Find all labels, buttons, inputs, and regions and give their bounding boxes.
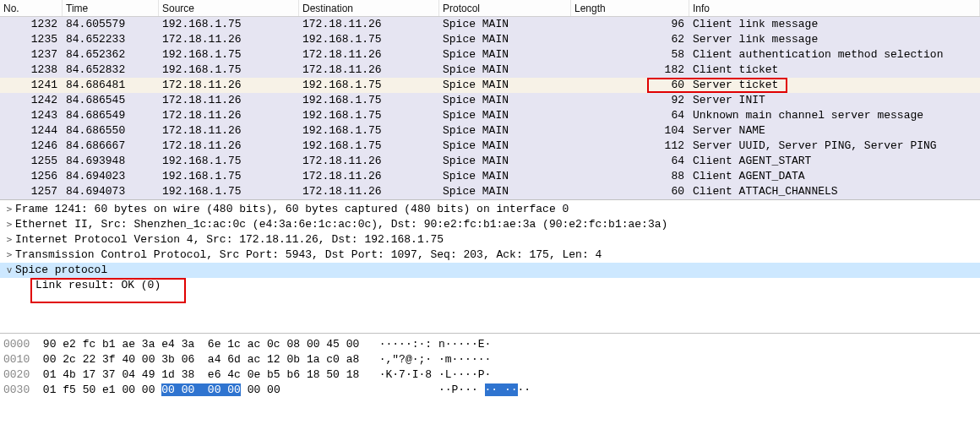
cell-no: 1243 <box>0 108 63 123</box>
cell-length: 58 <box>571 47 689 63</box>
packet-row[interactable]: 124184.686481172.18.11.26192.168.1.75Spi… <box>0 78 980 93</box>
cell-protocol: Spice MAIN <box>439 169 571 184</box>
cell-protocol: Spice MAIN <box>439 93 571 108</box>
tree-ip[interactable]: > Internet Protocol Version 4, Src: 172.… <box>0 232 980 247</box>
cell-destination: 172.18.11.26 <box>299 63 439 78</box>
expander-icon[interactable]: > <box>3 217 15 232</box>
cell-info: Client AGENT_START <box>689 154 980 169</box>
cell-source: 192.168.1.75 <box>159 17 299 32</box>
hex-bytes-pre: 01 f5 50 e1 00 00 <box>43 383 161 396</box>
cell-time: 84.652362 <box>63 47 159 63</box>
cell-protocol: Spice MAIN <box>439 154 571 169</box>
cell-info: Client authentication method selection <box>689 47 980 63</box>
packet-row[interactable]: 123884.652832192.168.1.75172.18.11.26Spi… <box>0 63 980 78</box>
hex-ascii: ·····:·: n·····E· <box>379 338 492 351</box>
col-header-length[interactable]: Length <box>571 0 689 16</box>
cell-destination: 192.168.1.75 <box>299 32 439 47</box>
hex-ascii: ·K·7·I·8 ·L····P· <box>379 368 492 381</box>
cell-time: 84.605579 <box>63 17 159 32</box>
packet-row[interactable]: 124684.686667172.18.11.26192.168.1.75Spi… <box>0 139 980 154</box>
cell-destination: 192.168.1.75 <box>299 93 439 108</box>
cell-info: Server INIT <box>689 93 980 108</box>
cell-source: 192.168.1.75 <box>159 154 299 169</box>
packet-row[interactable]: 124284.686545172.18.11.26192.168.1.75Spi… <box>0 93 980 108</box>
hex-line[interactable]: 0010 00 2c 22 3f 40 00 3b 06 a4 6d ac 12… <box>3 352 980 367</box>
cell-info: Client link message <box>689 17 980 32</box>
col-header-no[interactable]: No. <box>0 0 63 16</box>
tree-frame[interactable]: > Frame 1241: 60 bytes on wire (480 bits… <box>0 202 980 217</box>
hex-ascii-pre: ··P··· <box>438 383 485 396</box>
hex-line[interactable]: 0030 01 f5 50 e1 00 00 00 00 00 00 00 00… <box>3 383 980 398</box>
cell-no: 1257 <box>0 184 63 199</box>
tree-link-result[interactable]: Link result: OK (0) <box>0 278 980 293</box>
cell-protocol: Spice MAIN <box>439 63 571 78</box>
cell-destination: 192.168.1.75 <box>299 123 439 139</box>
col-header-source[interactable]: Source <box>159 0 299 16</box>
expander-down-icon[interactable]: v <box>3 263 15 278</box>
expander-icon[interactable]: > <box>3 247 15 263</box>
packet-row[interactable]: 125784.694073192.168.1.75172.18.11.26Spi… <box>0 184 980 199</box>
hex-dump-pane[interactable]: 0000 90 e2 fc b1 ae 3a e4 3a 6e 1c ac 0c… <box>0 334 980 401</box>
cell-source: 172.18.11.26 <box>159 139 299 154</box>
cell-length: 88 <box>571 169 689 184</box>
cell-destination: 192.168.1.75 <box>299 108 439 123</box>
hex-ascii-post: ·· <box>518 383 531 396</box>
tree-ethernet[interactable]: > Ethernet II, Src: Shenzhen_1c:ac:0c (e… <box>0 217 980 232</box>
expander-icon[interactable]: > <box>3 202 15 217</box>
cell-time: 84.686481 <box>63 78 159 93</box>
col-header-time[interactable]: Time <box>63 0 159 16</box>
packet-row[interactable]: 124484.686550172.18.11.26192.168.1.75Spi… <box>0 123 980 139</box>
cell-info: Client ATTACH_CHANNELS <box>689 184 980 199</box>
cell-no: 1255 <box>0 154 63 169</box>
cell-no: 1242 <box>0 93 63 108</box>
cell-destination: 172.18.11.26 <box>299 184 439 199</box>
tree-spice-text: Spice protocol <box>15 263 107 278</box>
hex-bytes: 90 e2 fc b1 ae 3a e4 3a 6e 1c ac 0c 08 0… <box>43 338 359 351</box>
cell-no: 1244 <box>0 123 63 139</box>
expander-icon[interactable]: > <box>3 232 15 247</box>
packet-row[interactable]: 123784.652362192.168.1.75172.18.11.26Spi… <box>0 47 980 63</box>
hex-bytes: 00 2c 22 3f 40 00 3b 06 a4 6d ac 12 0b 1… <box>43 353 359 366</box>
cell-destination: 172.18.11.26 <box>299 169 439 184</box>
packet-list-pane[interactable]: No. Time Source Destination Protocol Len… <box>0 0 980 200</box>
packet-list-header[interactable]: No. Time Source Destination Protocol Len… <box>0 0 980 17</box>
cell-length: 182 <box>571 63 689 78</box>
packet-row[interactable]: 125584.693948192.168.1.75172.18.11.26Spi… <box>0 154 980 169</box>
cell-length: 62 <box>571 32 689 47</box>
cell-source: 192.168.1.75 <box>159 169 299 184</box>
hex-bytes: 01 4b 17 37 04 49 1d 38 e6 4c 0e b5 b6 1… <box>43 368 359 381</box>
cell-no: 1238 <box>0 63 63 78</box>
cell-time: 84.652233 <box>63 32 159 47</box>
hex-line[interactable]: 0020 01 4b 17 37 04 49 1d 38 e6 4c 0e b5… <box>3 367 980 383</box>
packet-row[interactable]: 125684.694023192.168.1.75172.18.11.26Spi… <box>0 169 980 184</box>
cell-no: 1256 <box>0 169 63 184</box>
tree-link-result-text: Link result: OK (0) <box>35 278 161 293</box>
cell-time: 84.652832 <box>63 63 159 78</box>
cell-length: 64 <box>571 108 689 123</box>
packet-list-body[interactable]: 123284.605579192.168.1.75172.18.11.26Spi… <box>0 17 980 199</box>
packet-row[interactable]: 124384.686549172.18.11.26192.168.1.75Spi… <box>0 108 980 123</box>
cell-info: Unknown main channel server message <box>689 108 980 123</box>
tree-ip-text: Internet Protocol Version 4, Src: 172.18… <box>15 232 444 247</box>
packet-row[interactable]: 123584.652233172.18.11.26192.168.1.75Spi… <box>0 32 980 47</box>
cell-time: 84.694073 <box>63 184 159 199</box>
hex-ascii-selected: ·· ·· <box>485 383 518 396</box>
col-header-destination[interactable]: Destination <box>299 0 439 16</box>
cell-source: 172.18.11.26 <box>159 93 299 108</box>
col-header-info[interactable]: Info <box>689 0 980 16</box>
packet-row[interactable]: 123284.605579192.168.1.75172.18.11.26Spi… <box>0 17 980 32</box>
hex-offset: 0030 <box>3 383 30 396</box>
cell-info: Client ticket <box>689 63 980 78</box>
cell-time: 84.686550 <box>63 123 159 139</box>
expander-blank <box>3 278 15 293</box>
packet-details-pane[interactable]: > Frame 1241: 60 bytes on wire (480 bits… <box>0 200 980 334</box>
tree-frame-text: Frame 1241: 60 bytes on wire (480 bits),… <box>15 202 569 217</box>
cell-info: Server NAME <box>689 123 980 139</box>
col-header-protocol[interactable]: Protocol <box>439 0 571 16</box>
tree-tcp[interactable]: > Transmission Control Protocol, Src Por… <box>0 247 980 263</box>
cell-no: 1235 <box>0 32 63 47</box>
tree-spice[interactable]: v Spice protocol <box>0 263 980 278</box>
hex-line[interactable]: 0000 90 e2 fc b1 ae 3a e4 3a 6e 1c ac 0c… <box>3 337 980 352</box>
cell-protocol: Spice MAIN <box>439 78 571 93</box>
cell-info: Server UUID, Server PING, Server PING <box>689 139 980 154</box>
